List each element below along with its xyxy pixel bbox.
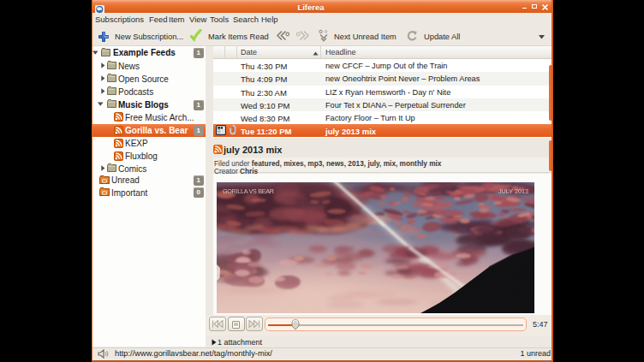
svg-text:GORILLA VS BEAR: GORILLA VS BEAR xyxy=(223,187,274,195)
svg-text:JULY 2013: JULY 2013 xyxy=(498,187,528,195)
